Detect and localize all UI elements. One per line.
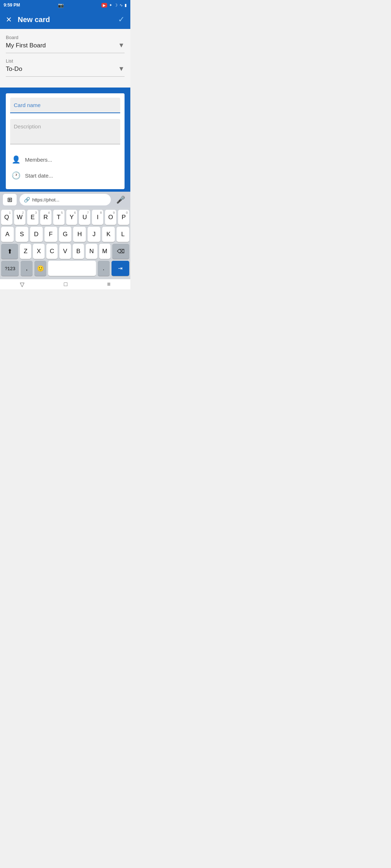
board-value: My First Board xyxy=(6,42,46,49)
bluetooth-icon: ✦ xyxy=(109,3,112,8)
key-s[interactable]: S xyxy=(16,227,28,242)
keys-area: 1Q 2W 3E 4R 5T 6Y 7U 8I 9O 0P A S D F G … xyxy=(0,208,130,279)
key-row-3: ⬆ Z X C V B N M ⌫ xyxy=(1,244,129,259)
keyboard-grid-button[interactable]: ⊞ xyxy=(3,194,17,205)
card-area: 👤 Members... 🕐 Start date... xyxy=(0,88,130,196)
key-y[interactable]: 6Y xyxy=(66,210,77,225)
board-field-group: Board My First Board ▼ xyxy=(6,35,125,53)
list-field-group: List To-Do ▼ xyxy=(6,58,125,77)
key-f[interactable]: F xyxy=(45,227,57,242)
key-a[interactable]: A xyxy=(1,227,14,242)
page-title: New card xyxy=(18,16,50,24)
backspace-key[interactable]: ⌫ xyxy=(112,244,129,259)
list-dropdown[interactable]: To-Do ▼ xyxy=(6,65,125,77)
start-date-label: Start date... xyxy=(25,173,53,179)
shift-key[interactable]: ⬆ xyxy=(1,244,18,259)
keyboard-toolbar: ⊞ 🔗 https://phot... 🎤 xyxy=(0,192,130,208)
url-text: https://phot... xyxy=(32,197,59,203)
camera-record-icon: ▶ xyxy=(101,3,107,8)
card-inner: 👤 Members... 🕐 Start date... xyxy=(6,93,125,189)
space-key[interactable] xyxy=(48,261,96,276)
mic-button[interactable]: 🎤 xyxy=(114,194,127,205)
description-input[interactable] xyxy=(10,119,120,144)
clock-icon: 🕐 xyxy=(12,171,21,180)
key-v[interactable]: V xyxy=(59,244,71,259)
list-arrow-icon: ▼ xyxy=(118,65,125,73)
key-k[interactable]: K xyxy=(102,227,115,242)
key-p[interactable]: 0P xyxy=(118,210,129,225)
key-h[interactable]: H xyxy=(73,227,86,242)
members-row[interactable]: 👤 Members... xyxy=(10,152,120,167)
emoji-key[interactable]: 🙂 xyxy=(34,261,46,276)
period-key[interactable]: . xyxy=(98,261,110,276)
app-bar-left: ✕ New card xyxy=(6,15,50,24)
key-j[interactable]: J xyxy=(88,227,100,242)
key-r[interactable]: 4R xyxy=(40,210,51,225)
confirm-button[interactable]: ✓ xyxy=(118,15,125,24)
key-w[interactable]: 2W xyxy=(14,210,25,225)
status-bar: 9:59 PM 📷 ▶ ✦ ☽ ∿ ▮ xyxy=(0,0,130,10)
moon-icon: ☽ xyxy=(114,3,118,8)
key-row-2: A S D F G H J K L xyxy=(1,227,129,242)
key-b[interactable]: B xyxy=(73,244,84,259)
key-m[interactable]: M xyxy=(99,244,110,259)
app-bar: ✕ New card ✓ xyxy=(0,10,130,29)
key-u[interactable]: 7U xyxy=(79,210,90,225)
enter-key[interactable]: ⇥ xyxy=(112,261,129,276)
start-date-row[interactable]: 🕐 Start date... xyxy=(10,167,120,183)
list-value: To-Do xyxy=(6,65,22,73)
key-x[interactable]: X xyxy=(33,244,44,259)
grid-icon: ⊞ xyxy=(7,196,12,204)
video-icon: 📷 xyxy=(58,3,64,8)
key-t[interactable]: 5T xyxy=(53,210,64,225)
battery-icon: ▮ xyxy=(125,3,127,8)
key-c[interactable]: C xyxy=(46,244,58,259)
key-row-4: ?123 , 🙂 . ⇥ xyxy=(1,261,129,276)
key-q[interactable]: 1Q xyxy=(1,210,12,225)
key-z[interactable]: Z xyxy=(20,244,31,259)
status-icons: ▶ ✦ ☽ ∿ ▮ xyxy=(101,3,127,8)
close-button[interactable]: ✕ xyxy=(6,15,12,24)
comma-key[interactable]: , xyxy=(21,261,33,276)
key-n[interactable]: N xyxy=(86,244,97,259)
members-icon: 👤 xyxy=(12,155,21,164)
keyboard: ⊞ 🔗 https://phot... 🎤 1Q 2W 3E 4R 5T 6Y … xyxy=(0,192,130,279)
board-arrow-icon: ▼ xyxy=(118,42,125,49)
numbers-key[interactable]: ?123 xyxy=(1,261,19,276)
key-d[interactable]: D xyxy=(30,227,43,242)
mic-icon: 🎤 xyxy=(116,195,125,204)
card-name-input[interactable] xyxy=(10,98,120,113)
nav-bar: ▽ □ ≡ xyxy=(0,279,130,289)
key-l[interactable]: L xyxy=(117,227,129,242)
link-icon: 🔗 xyxy=(24,197,30,203)
key-o[interactable]: 9O xyxy=(105,210,116,225)
key-i[interactable]: 8I xyxy=(92,210,103,225)
wifi-icon: ∿ xyxy=(119,3,123,8)
board-label: Board xyxy=(6,35,125,40)
key-e[interactable]: 3E xyxy=(27,210,38,225)
back-nav-icon[interactable]: ▽ xyxy=(20,281,24,288)
keyboard-url-bar[interactable]: 🔗 https://phot... xyxy=(20,194,111,205)
board-dropdown[interactable]: My First Board ▼ xyxy=(6,42,125,53)
key-row-1: 1Q 2W 3E 4R 5T 6Y 7U 8I 9O 0P xyxy=(1,210,129,225)
board-list-section: Board My First Board ▼ List To-Do ▼ xyxy=(0,29,130,88)
status-time: 9:59 PM xyxy=(4,3,20,8)
members-label: Members... xyxy=(25,157,52,163)
home-nav-icon[interactable]: □ xyxy=(64,281,67,288)
card-name-wrapper xyxy=(10,98,120,119)
list-label: List xyxy=(6,58,125,64)
menu-nav-icon[interactable]: ≡ xyxy=(107,281,110,288)
key-g[interactable]: G xyxy=(59,227,72,242)
